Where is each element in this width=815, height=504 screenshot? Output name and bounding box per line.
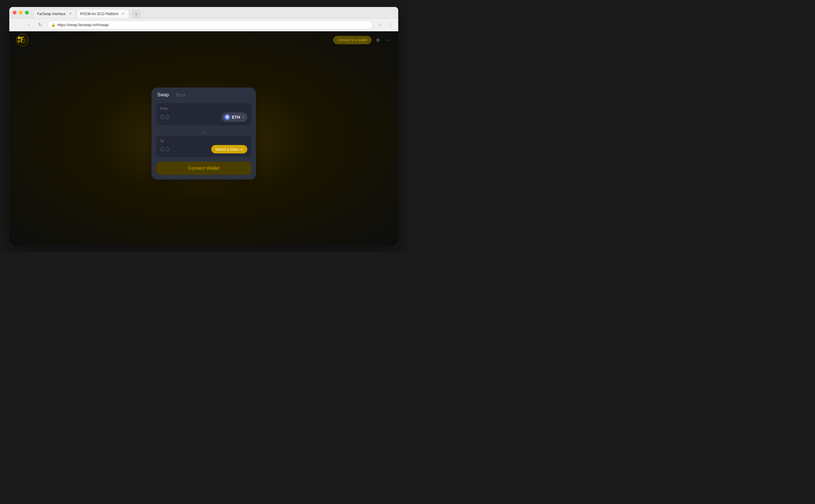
select-token-button[interactable]: Select a token ∨ [211,145,247,153]
tab-swap[interactable]: Swap [157,92,169,99]
address-field[interactable]: https://swap.farswap.io/#/swap [48,21,373,29]
connect-wallet-main-button[interactable]: Connect Wallet [156,162,251,175]
eth-icon [224,114,230,120]
more-icon[interactable]: ··· [384,36,392,44]
refresh-button[interactable]: ↻ [36,21,44,29]
tab-pocm-close[interactable]: ✕ [121,12,125,16]
svg-rect-2 [21,37,24,38]
to-row: 0.0 Select a token ∨ [160,145,247,153]
connect-to-wallet-label: Connect to a wallet [338,38,367,42]
tab-farswap-label: FarSwap Interface [37,12,66,16]
logo-area [15,33,30,47]
bookmark-icon[interactable]: ☆ [376,21,384,29]
to-section: To 0.0 Select a token ∨ [156,136,251,157]
tab-farswap-close[interactable]: ✕ [68,12,73,16]
from-token-name: ETH [232,115,240,120]
back-icon: ← [15,22,19,28]
address-wrapper: 🔒 https://swap.farswap.io/#/swap [48,21,373,29]
eth-logo [226,115,229,119]
farswap-logo [15,33,30,47]
from-row: 0.0 ETH ∨ [160,113,247,122]
swap-card-wrapper: Swap Pool From 0.0 [152,88,256,180]
tab-pocm-label: POCM-An SCO Platform [80,12,118,16]
connect-to-wallet-button[interactable]: Connect to a wallet [333,36,372,44]
minimize-button[interactable] [19,11,23,15]
forward-button[interactable]: → [24,21,33,29]
window-controls [13,11,29,15]
forward-icon: → [26,22,31,28]
swap-card: Swap Pool From 0.0 [152,88,256,180]
from-amount[interactable]: 0.0 [160,113,169,121]
app-content: Connect to a wallet ⚙ ··· Swap [9,31,398,245]
tab-pocm[interactable]: POCM-An SCO Platform ✕ [76,9,129,18]
logo-svg [16,33,29,47]
from-section: From 0.0 ETH ∨ [156,103,251,125]
from-label: From [160,107,247,110]
svg-rect-3 [21,39,23,40]
new-tab-button[interactable]: + [131,10,141,18]
address-actions: ☆ ⋮ [376,21,395,29]
tab-pool[interactable]: Pool [176,93,185,98]
close-button[interactable] [13,11,17,15]
maximize-button[interactable] [25,11,29,15]
title-bar: FarSwap Interface ✕ POCM-An SCO Platform… [9,7,398,19]
to-amount[interactable]: 0.0 [160,145,169,153]
swap-tabs: Swap Pool [156,92,251,99]
to-label: To [160,139,247,143]
menu-icon[interactable]: ⋮ [387,21,395,29]
url-text: https://swap.farswap.io/#/swap [57,21,109,29]
back-button[interactable]: ← [13,21,21,29]
select-token-chevron: ∨ [240,147,243,151]
tab-farswap[interactable]: FarSwap Interface ✕ [33,9,76,18]
browser-window: FarSwap Interface ✕ POCM-An SCO Platform… [9,7,398,245]
refresh-icon: ↻ [38,22,42,28]
address-bar: ← → ↻ 🔒 https://swap.farswap.io/#/swap ☆… [9,19,398,31]
eth-token-selector[interactable]: ETH ∨ [221,113,247,122]
swap-direction-arrow[interactable]: ↓ [156,128,251,136]
settings-icon[interactable]: ⚙ [374,36,382,44]
address-lock-icon: 🔒 [51,23,55,27]
app-header: Connect to a wallet ⚙ ··· [9,31,398,49]
header-actions: Connect to a wallet ⚙ ··· [333,36,392,44]
tabs-bar: FarSwap Interface ✕ POCM-An SCO Platform… [33,7,395,18]
from-token-chevron: ∨ [242,115,244,119]
